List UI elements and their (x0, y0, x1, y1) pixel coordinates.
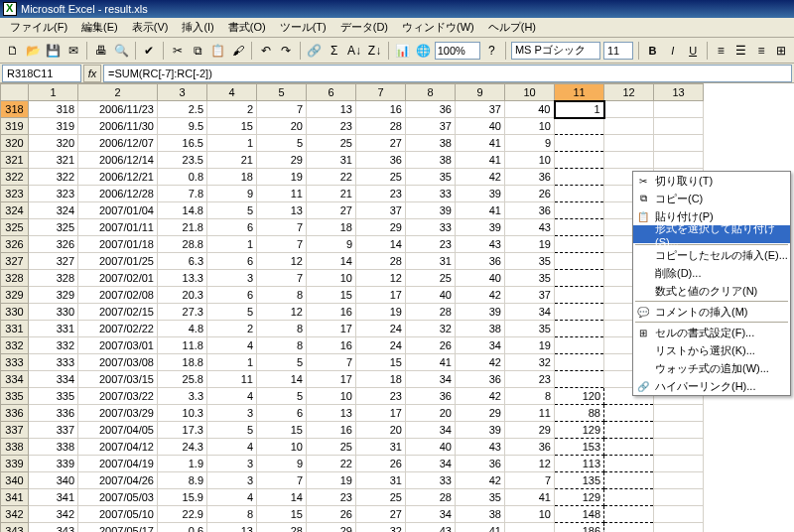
cell[interactable]: 327 (29, 253, 78, 270)
cell[interactable] (604, 456, 654, 472)
cell[interactable] (654, 523, 704, 533)
cell[interactable]: 20 (356, 422, 406, 439)
cell[interactable]: 17.3 (158, 422, 207, 439)
menu-help[interactable]: ヘルプ(H) (482, 18, 542, 37)
cell[interactable]: 135 (555, 472, 604, 489)
cell[interactable]: 11 (207, 371, 257, 388)
cell[interactable]: 321 (29, 152, 78, 169)
cell[interactable]: 2006/12/14 (78, 152, 158, 169)
cell[interactable]: 33 (406, 472, 456, 489)
cell[interactable]: 38 (406, 152, 456, 169)
cell[interactable]: 186 (555, 523, 604, 533)
cell[interactable]: 36 (456, 456, 505, 472)
cell[interactable]: 37 (356, 202, 406, 219)
cell[interactable] (654, 405, 704, 422)
cell[interactable]: 43 (406, 523, 456, 533)
cell[interactable]: 26 (406, 337, 456, 354)
cell[interactable]: 7 (505, 472, 555, 489)
cell[interactable]: 21 (207, 152, 257, 169)
cell[interactable]: 28.8 (158, 236, 207, 253)
cell[interactable]: 28 (356, 118, 406, 135)
cell[interactable]: 38 (406, 135, 456, 152)
cell[interactable]: 26 (307, 506, 356, 523)
cell[interactable]: 25 (356, 169, 406, 186)
cell[interactable]: 16.5 (158, 135, 207, 152)
cell[interactable]: 28 (257, 523, 307, 533)
cell[interactable]: 31 (406, 253, 456, 270)
cell[interactable]: 34 (406, 422, 456, 439)
cell[interactable]: 9 (505, 135, 555, 152)
cell[interactable]: 23 (356, 388, 406, 405)
bold-icon[interactable]: B (644, 41, 661, 61)
cell[interactable]: 41 (456, 152, 505, 169)
cell[interactable]: 2006/12/07 (78, 135, 158, 152)
col-header[interactable]: 5 (257, 84, 307, 101)
cell[interactable]: 2007/02/22 (78, 321, 158, 337)
cell[interactable] (555, 219, 604, 236)
cell[interactable] (654, 152, 704, 169)
cell[interactable]: 23 (356, 186, 406, 202)
cell[interactable]: 15 (257, 506, 307, 523)
cell[interactable]: 36 (406, 388, 456, 405)
row-header[interactable]: 343 (1, 523, 29, 533)
cell[interactable] (604, 405, 654, 422)
cell[interactable] (654, 456, 704, 472)
col-header[interactable]: 6 (307, 84, 356, 101)
cell[interactable] (604, 523, 654, 533)
cell[interactable]: 2007/01/04 (78, 202, 158, 219)
col-header[interactable]: 4 (207, 84, 257, 101)
cell[interactable]: 26 (505, 186, 555, 202)
cell[interactable] (555, 186, 604, 202)
link-icon[interactable]: 🔗 (306, 41, 323, 61)
cell[interactable] (654, 118, 704, 135)
cell[interactable]: 20 (406, 405, 456, 422)
cell[interactable]: 0.8 (158, 169, 207, 186)
cell[interactable]: 10 (307, 270, 356, 287)
cell[interactable]: 15 (307, 287, 356, 304)
cell[interactable]: 39 (406, 202, 456, 219)
cell[interactable]: 13 (307, 101, 356, 118)
cell[interactable]: 2007/03/29 (78, 405, 158, 422)
cell[interactable]: 18 (356, 371, 406, 388)
cell[interactable]: 16 (356, 101, 406, 118)
cell[interactable]: 25 (406, 270, 456, 287)
cell[interactable]: 36 (456, 253, 505, 270)
cell[interactable] (555, 169, 604, 186)
row-header[interactable]: 321 (1, 152, 29, 169)
align-left-icon[interactable]: ≡ (713, 41, 729, 61)
cell[interactable]: 28 (406, 304, 456, 321)
cell[interactable]: 2007/03/15 (78, 371, 158, 388)
cell[interactable]: 25 (356, 489, 406, 506)
select-all[interactable] (1, 84, 29, 101)
row-header[interactable]: 340 (1, 472, 29, 489)
cell[interactable] (654, 135, 704, 152)
cell[interactable]: 35 (505, 270, 555, 287)
cell[interactable]: 42 (456, 388, 505, 405)
cell[interactable]: 2007/01/11 (78, 219, 158, 236)
cell[interactable] (555, 304, 604, 321)
cell[interactable]: 28 (406, 489, 456, 506)
cell[interactable]: 1.9 (158, 456, 207, 472)
cell[interactable] (555, 202, 604, 219)
cell[interactable]: 8 (257, 287, 307, 304)
cell[interactable] (555, 135, 604, 152)
row-header[interactable]: 342 (1, 506, 29, 523)
name-box[interactable]: R318C11 (2, 65, 81, 82)
cell[interactable] (505, 523, 555, 533)
cell[interactable]: 11 (257, 186, 307, 202)
col-header[interactable]: 8 (406, 84, 456, 101)
cell[interactable]: 4 (207, 388, 257, 405)
cell[interactable]: 34 (406, 371, 456, 388)
col-header[interactable]: 10 (505, 84, 555, 101)
cell[interactable] (654, 489, 704, 506)
cell[interactable]: 2007/03/01 (78, 337, 158, 354)
cell[interactable]: 38 (456, 321, 505, 337)
cell[interactable] (654, 439, 704, 456)
cell[interactable] (654, 506, 704, 523)
cell[interactable]: 2007/05/03 (78, 489, 158, 506)
menu-insert[interactable]: 挿入(I) (176, 18, 219, 37)
cell[interactable]: 37 (505, 287, 555, 304)
cell[interactable]: 17 (356, 405, 406, 422)
cell[interactable]: 15 (356, 354, 406, 371)
print-icon[interactable]: 🖶 (92, 41, 109, 61)
